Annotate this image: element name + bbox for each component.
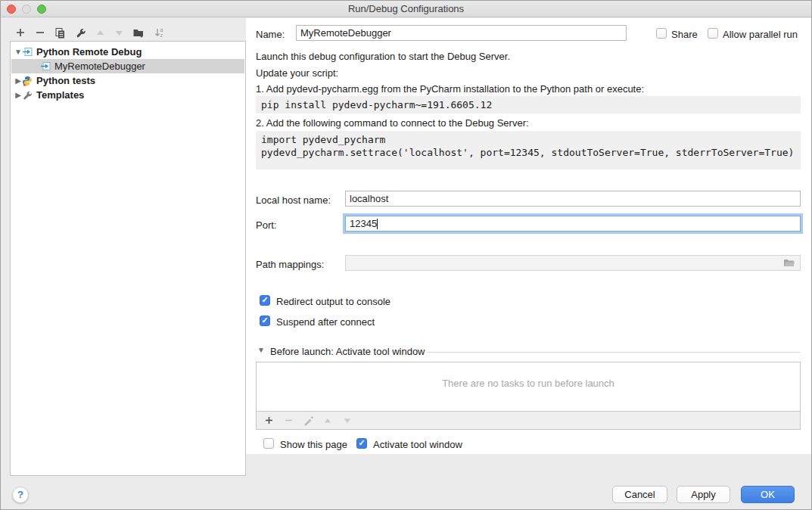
move-down-icon [112,26,126,39]
step-2-text: 2. Add the following command to connect … [256,117,529,129]
before-launch-header: Before launch: Activate tool window [270,346,425,357]
activate-tool-window-label: Activate tool window [373,439,462,450]
code-line-import: import pydevd_pycharm [261,134,385,145]
allow-parallel-run-label: Allow parallel run [723,29,798,40]
allow-parallel-run-checkbox[interactable] [708,28,718,39]
title-bar: Run/Debug Configurations [1,1,811,17]
step-1-text: 1. Add pydevd-pycharm.egg from the PyCha… [256,83,644,95]
activate-tool-window-checkbox[interactable] [356,438,367,449]
local-host-name-input[interactable] [345,191,801,207]
move-task-up-icon [322,415,334,427]
task-list-toolbar [256,411,801,430]
remove-task-icon [282,415,294,427]
empty-tasks-message: There are no tasks to run before launch [257,378,800,389]
edit-templates-wrench-icon[interactable] [73,26,87,39]
add-configuration-button[interactable] [14,26,27,39]
expand-arrow-icon[interactable]: ▶ [14,91,22,99]
help-button[interactable]: ? [12,487,29,503]
show-this-page-checkbox[interactable] [263,438,274,449]
before-launch-task-list[interactable]: There are no tasks to run before launch [256,362,801,412]
svg-text:z: z [160,33,163,38]
tree-item-label: Templates [36,89,84,101]
suspend-after-connect-label: Suspend after connect [276,316,375,328]
share-checkbox[interactable] [656,28,667,39]
add-task-button[interactable] [263,415,275,427]
pip-install-code-block: pip install pydevd-pycharm~=191.6605.12 [256,96,801,114]
port-label: Port: [256,219,276,231]
code-line-settrace: pydevd_pycharm.settrace('localhost', por… [261,147,794,158]
python-icon [22,76,34,86]
tree-item-label: Python tests [36,75,95,86]
path-mappings-input [345,255,801,271]
tree-item-myremotedebugger-selected[interactable]: MyRemoteDebugger [11,59,244,73]
name-input[interactable] [296,25,627,41]
move-task-down-icon [341,415,353,427]
edit-task-pencil-icon [302,415,314,427]
remote-debug-config-icon [40,61,52,72]
collapse-arrow-icon[interactable]: ▼ [14,48,22,56]
redirect-output-checkbox[interactable] [260,295,270,306]
collapse-section-icon[interactable]: ▼ [257,346,265,354]
wrench-icon [22,90,34,101]
suspend-after-connect-checkbox[interactable] [260,316,270,326]
port-value: 12345 [350,218,377,229]
cancel-button[interactable]: Cancel [612,486,667,503]
svg-text:a: a [160,27,163,33]
settrace-code-block: import pydevd_pycharm pydevd_pycharm.set… [256,131,801,169]
port-input[interactable]: 12345 [345,216,801,232]
move-up-icon [93,26,107,39]
tree-item-templates[interactable]: ▶ Templates [11,88,244,102]
window-title: Run/Debug Configurations [1,3,811,14]
tree-item-python-tests[interactable]: ▶ Python tests [11,73,244,88]
description-line-2: Update your script: [256,67,338,79]
create-folder-icon[interactable] [132,26,145,39]
description-line-1: Launch this debug configuration to start… [256,51,510,62]
text-caret [377,219,378,229]
section-separator [427,352,801,353]
ok-button[interactable]: OK [741,486,795,503]
show-this-page-label: Show this page [280,439,347,450]
share-label: Share [671,29,698,40]
name-label: Name: [256,29,285,40]
local-host-name-label: Local host name: [256,194,331,206]
sort-alphabetically-icon[interactable]: az [152,26,166,39]
redirect-output-label: Redirect output to console [276,296,390,307]
path-mappings-label: Path mappings: [256,259,324,270]
browse-folder-icon [783,258,795,268]
tree-item-label: Python Remote Debug [36,46,142,58]
tree-item-label: MyRemoteDebugger [54,61,145,72]
remote-debug-config-icon [22,47,34,58]
expand-arrow-icon[interactable]: ▶ [14,76,22,85]
run-debug-configurations-dialog: Run/Debug Configurations az ▼ Python Rem… [0,0,812,510]
tree-item-python-remote-debug[interactable]: ▼ Python Remote Debug [11,45,244,59]
apply-button[interactable]: Apply [677,486,730,503]
configurations-tree: ▼ Python Remote Debug MyRemoteDebugger ▶… [10,41,246,476]
copy-configuration-icon[interactable] [53,26,67,39]
remove-configuration-button[interactable] [33,26,47,39]
